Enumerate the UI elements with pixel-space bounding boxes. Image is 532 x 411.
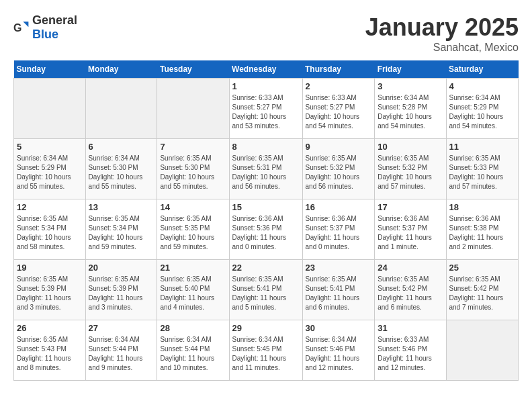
day-number: 30 (306, 323, 372, 333)
day-number: 6 (89, 142, 154, 152)
calendar-cell: 4Sunrise: 6:34 AM Sunset: 5:29 PM Daylig… (446, 79, 519, 139)
calendar-cell: 7Sunrise: 6:35 AM Sunset: 5:30 PM Daylig… (157, 139, 229, 199)
day-info: Sunrise: 6:35 AM Sunset: 5:33 PM Dayligh… (449, 154, 516, 191)
day-info: Sunrise: 6:35 AM Sunset: 5:42 PM Dayligh… (378, 275, 443, 312)
calendar-cell: 30Sunrise: 6:34 AM Sunset: 5:46 PM Dayli… (302, 320, 375, 381)
day-info: Sunrise: 6:34 AM Sunset: 5:30 PM Dayligh… (89, 154, 154, 191)
calendar-cell: 9Sunrise: 6:35 AM Sunset: 5:32 PM Daylig… (302, 139, 375, 199)
calendar-cell: 28Sunrise: 6:34 AM Sunset: 5:44 PM Dayli… (157, 320, 229, 381)
day-number: 11 (449, 142, 516, 152)
calendar-cell: 14Sunrise: 6:35 AM Sunset: 5:35 PM Dayli… (157, 199, 229, 260)
calendar-cell (446, 320, 519, 381)
day-number: 7 (160, 142, 226, 152)
day-header-thursday: Thursday (302, 60, 375, 79)
calendar-cell: 12Sunrise: 6:35 AM Sunset: 5:34 PM Dayli… (14, 199, 86, 260)
day-number: 20 (89, 263, 154, 273)
calendar-cell: 27Sunrise: 6:34 AM Sunset: 5:44 PM Dayli… (85, 320, 157, 381)
calendar-cell: 16Sunrise: 6:36 AM Sunset: 5:37 PM Dayli… (302, 199, 375, 260)
calendar-title: January 2025 (365, 13, 519, 42)
logo-text-blue: Blue (32, 28, 58, 41)
day-info: Sunrise: 6:35 AM Sunset: 5:40 PM Dayligh… (160, 275, 226, 312)
calendar-cell: 18Sunrise: 6:36 AM Sunset: 5:38 PM Dayli… (446, 199, 519, 260)
calendar-cell: 6Sunrise: 6:34 AM Sunset: 5:30 PM Daylig… (85, 139, 157, 199)
day-info: Sunrise: 6:35 AM Sunset: 5:39 PM Dayligh… (17, 275, 83, 312)
day-number: 26 (17, 323, 83, 333)
day-info: Sunrise: 6:35 AM Sunset: 5:34 PM Dayligh… (17, 214, 83, 252)
day-number: 22 (232, 263, 300, 273)
day-number: 1 (232, 81, 300, 91)
header: G General Blue January 2025 Sanahcat, Me… (13, 13, 519, 54)
day-header-friday: Friday (375, 60, 446, 79)
week-row-3: 12Sunrise: 6:35 AM Sunset: 5:34 PM Dayli… (14, 199, 519, 260)
day-number: 27 (89, 323, 154, 333)
title-area: January 2025 Sanahcat, Mexico (365, 13, 519, 54)
calendar-cell: 3Sunrise: 6:34 AM Sunset: 5:28 PM Daylig… (375, 79, 446, 139)
day-number: 2 (306, 81, 372, 91)
calendar-cell (157, 79, 229, 139)
day-number: 17 (378, 202, 443, 212)
week-row-5: 26Sunrise: 6:35 AM Sunset: 5:43 PM Dayli… (14, 320, 519, 381)
calendar-cell: 21Sunrise: 6:35 AM Sunset: 5:40 PM Dayli… (157, 260, 229, 320)
logo: G General Blue (13, 13, 77, 42)
calendar-cell: 29Sunrise: 6:34 AM Sunset: 5:45 PM Dayli… (229, 320, 302, 381)
calendar-cell (14, 79, 86, 139)
day-info: Sunrise: 6:34 AM Sunset: 5:46 PM Dayligh… (306, 335, 372, 373)
calendar-cell: 8Sunrise: 6:35 AM Sunset: 5:31 PM Daylig… (229, 139, 302, 199)
week-row-4: 19Sunrise: 6:35 AM Sunset: 5:39 PM Dayli… (14, 260, 519, 320)
day-number: 14 (160, 202, 226, 212)
day-info: Sunrise: 6:36 AM Sunset: 5:37 PM Dayligh… (306, 214, 372, 252)
day-info: Sunrise: 6:35 AM Sunset: 5:43 PM Dayligh… (17, 335, 83, 373)
calendar-cell: 1Sunrise: 6:33 AM Sunset: 5:27 PM Daylig… (229, 79, 302, 139)
calendar-cell: 22Sunrise: 6:35 AM Sunset: 5:41 PM Dayli… (229, 260, 302, 320)
day-info: Sunrise: 6:34 AM Sunset: 5:44 PM Dayligh… (89, 335, 154, 373)
calendar-cell: 20Sunrise: 6:35 AM Sunset: 5:39 PM Dayli… (85, 260, 157, 320)
day-number: 5 (17, 142, 83, 152)
day-info: Sunrise: 6:35 AM Sunset: 5:34 PM Dayligh… (89, 214, 154, 252)
day-number: 24 (378, 263, 443, 273)
calendar-cell: 23Sunrise: 6:35 AM Sunset: 5:41 PM Dayli… (302, 260, 375, 320)
day-number: 21 (160, 263, 226, 273)
day-header-monday: Monday (85, 60, 157, 79)
day-info: Sunrise: 6:34 AM Sunset: 5:45 PM Dayligh… (232, 335, 300, 373)
day-number: 23 (306, 263, 372, 273)
day-info: Sunrise: 6:34 AM Sunset: 5:29 PM Dayligh… (17, 154, 83, 191)
calendar-cell: 5Sunrise: 6:34 AM Sunset: 5:29 PM Daylig… (14, 139, 86, 199)
week-row-1: 1Sunrise: 6:33 AM Sunset: 5:27 PM Daylig… (14, 79, 519, 139)
day-info: Sunrise: 6:35 AM Sunset: 5:32 PM Dayligh… (306, 154, 372, 191)
day-number: 8 (232, 142, 300, 152)
calendar-cell: 11Sunrise: 6:35 AM Sunset: 5:33 PM Dayli… (446, 139, 519, 199)
day-info: Sunrise: 6:35 AM Sunset: 5:30 PM Dayligh… (160, 154, 226, 191)
day-info: Sunrise: 6:33 AM Sunset: 5:27 PM Dayligh… (232, 93, 300, 131)
week-row-2: 5Sunrise: 6:34 AM Sunset: 5:29 PM Daylig… (14, 139, 519, 199)
calendar-cell: 17Sunrise: 6:36 AM Sunset: 5:37 PM Dayli… (375, 199, 446, 260)
svg-text:G: G (13, 22, 21, 34)
calendar-subtitle: Sanahcat, Mexico (365, 42, 519, 54)
calendar-cell: 13Sunrise: 6:35 AM Sunset: 5:34 PM Dayli… (85, 199, 157, 260)
header-row: SundayMondayTuesdayWednesdayThursdayFrid… (14, 60, 519, 79)
calendar-cell: 25Sunrise: 6:35 AM Sunset: 5:42 PM Dayli… (446, 260, 519, 320)
day-info: Sunrise: 6:33 AM Sunset: 5:46 PM Dayligh… (378, 335, 443, 373)
day-number: 9 (306, 142, 372, 152)
calendar-table: SundayMondayTuesdayWednesdayThursdayFrid… (13, 60, 519, 381)
day-number: 16 (306, 202, 372, 212)
day-info: Sunrise: 6:35 AM Sunset: 5:35 PM Dayligh… (160, 214, 226, 252)
day-number: 28 (160, 323, 226, 333)
calendar-cell: 31Sunrise: 6:33 AM Sunset: 5:46 PM Dayli… (375, 320, 446, 381)
day-header-sunday: Sunday (14, 60, 86, 79)
day-header-wednesday: Wednesday (229, 60, 302, 79)
day-number: 12 (17, 202, 83, 212)
day-number: 18 (449, 202, 516, 212)
calendar-cell: 10Sunrise: 6:35 AM Sunset: 5:32 PM Dayli… (375, 139, 446, 199)
day-header-saturday: Saturday (446, 60, 519, 79)
day-number: 31 (378, 323, 443, 333)
day-info: Sunrise: 6:36 AM Sunset: 5:38 PM Dayligh… (449, 214, 516, 252)
day-info: Sunrise: 6:34 AM Sunset: 5:28 PM Dayligh… (378, 93, 443, 131)
day-info: Sunrise: 6:35 AM Sunset: 5:32 PM Dayligh… (378, 154, 443, 191)
day-header-tuesday: Tuesday (157, 60, 229, 79)
day-info: Sunrise: 6:35 AM Sunset: 5:39 PM Dayligh… (89, 275, 154, 312)
logo-icon: G (13, 19, 30, 36)
calendar-cell: 2Sunrise: 6:33 AM Sunset: 5:27 PM Daylig… (302, 79, 375, 139)
day-info: Sunrise: 6:35 AM Sunset: 5:41 PM Dayligh… (306, 275, 372, 312)
day-number: 4 (449, 81, 516, 91)
calendar-cell (85, 79, 157, 139)
